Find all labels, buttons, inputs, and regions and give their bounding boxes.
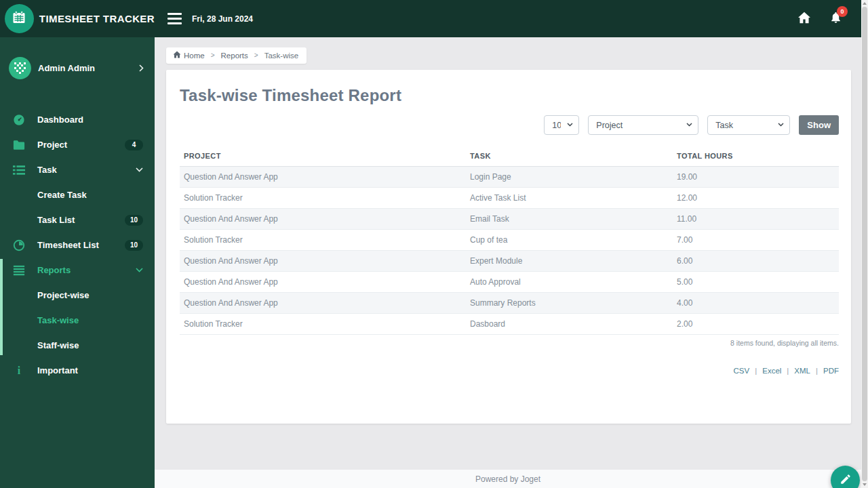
- sidebar-item-label: Dashboard: [37, 115, 143, 125]
- table-row: Question And Answer AppLogin Page19.00: [180, 167, 839, 188]
- powered-by-text: Powered by Joget: [475, 474, 540, 484]
- cell-task: Active Task List: [466, 188, 673, 209]
- cell-hours: 19.00: [673, 167, 839, 188]
- column-header-task: TASK: [466, 146, 673, 167]
- breadcrumb: Home > Reports > Task-wise: [166, 47, 307, 64]
- sidebar-item-task[interactable]: Task: [0, 157, 155, 182]
- cell-hours: 6.00: [673, 251, 839, 272]
- table-row: Question And Answer AppSummary Reports4.…: [180, 293, 839, 314]
- user-panel[interactable]: Admin Admin: [0, 37, 155, 98]
- sidebar-item-label: Staff-wise: [37, 340, 143, 350]
- menu-toggle-icon[interactable]: [167, 13, 182, 24]
- main-content: Home > Reports > Task-wise Task-wise Tim…: [155, 37, 861, 488]
- cell-hours: 5.00: [673, 272, 839, 293]
- page-title: Task-wise Timesheet Report: [180, 86, 839, 105]
- report-card: Task-wise Timesheet Report 10 Project Ta…: [166, 70, 851, 424]
- show-button[interactable]: Show: [799, 115, 839, 135]
- cell-project: Question And Answer App: [180, 293, 466, 314]
- sidebar-item-project[interactable]: Project 4: [0, 132, 155, 157]
- export-xml-link[interactable]: XML: [794, 367, 810, 375]
- timesheet-count-badge: 10: [125, 240, 143, 251]
- app-logo: [5, 4, 34, 33]
- folder-icon: [12, 140, 26, 150]
- page-size-select[interactable]: 10: [544, 115, 579, 135]
- brand: TIMESHEET TRACKER: [0, 4, 155, 33]
- report-lines-icon: [12, 265, 26, 276]
- sidebar-item-project-wise[interactable]: Project-wise: [0, 283, 155, 308]
- table-header-row: PROJECT TASK TOTAL HOURS: [180, 146, 839, 167]
- cell-hours: 7.00: [673, 230, 839, 251]
- cell-project: Solution Tracker: [180, 314, 466, 335]
- sidebar-item-reports[interactable]: Reports: [0, 258, 155, 283]
- user-name: Admin Admin: [38, 63, 139, 73]
- sidebar-item-label: Task-wise: [37, 315, 143, 325]
- table-row: Solution TrackerDasboard2.00: [180, 314, 839, 335]
- sidebar-item-timesheet-list[interactable]: Timesheet List 10: [0, 232, 155, 258]
- sidebar-item-label: Task: [37, 165, 136, 175]
- avatar: [9, 57, 31, 79]
- table-row: Solution TrackerActive Task List12.00: [180, 188, 839, 209]
- cell-project: Question And Answer App: [180, 251, 466, 272]
- items-found-summary: 8 items found, displaying all items.: [180, 339, 839, 347]
- export-separator: |: [816, 367, 818, 375]
- export-links: CSV | Excel | XML | PDF: [180, 367, 839, 375]
- cell-task: Login Page: [466, 167, 673, 188]
- sidebar-item-dashboard[interactable]: Dashboard: [0, 107, 155, 132]
- sidebar: Admin Admin Dashboard Project 4: [0, 37, 155, 488]
- topbar-actions: 0: [797, 11, 861, 27]
- export-csv-link[interactable]: CSV: [734, 367, 750, 375]
- column-header-total-hours: TOTAL HOURS: [673, 146, 839, 167]
- breadcrumb-label: Home: [184, 52, 205, 60]
- chevron-right-icon: [139, 64, 144, 72]
- gauge-icon: [12, 114, 26, 126]
- table-row: Solution TrackerCup of tea7.00: [180, 230, 839, 251]
- reports-group: Reports Project-wise Task-wise Staff-wis…: [0, 258, 155, 358]
- sidebar-item-task-wise[interactable]: Task-wise: [0, 308, 155, 333]
- sidebar-item-staff-wise[interactable]: Staff-wise: [0, 333, 155, 358]
- sidebar-item-create-task[interactable]: Create Task: [0, 182, 155, 207]
- sidebar-item-important[interactable]: i Important: [0, 358, 155, 383]
- sidebar-item-label: Task List: [37, 215, 125, 225]
- pencil-icon: [840, 473, 852, 488]
- page: TIMESHEET TRACKER Fri, 28 Jun 2024 0 A: [0, 0, 861, 488]
- cell-hours: 4.00: [673, 293, 839, 314]
- breadcrumb-home[interactable]: Home: [173, 51, 205, 60]
- task-select-wrap: Task: [707, 115, 790, 135]
- calendar-icon: [11, 9, 27, 28]
- cell-task: Dasboard: [466, 314, 673, 335]
- sidebar-item-label: Project-wise: [37, 290, 143, 300]
- cell-project: Solution Tracker: [180, 230, 466, 251]
- clock-pie-icon: [12, 239, 26, 251]
- info-icon: i: [12, 365, 26, 376]
- notifications-button[interactable]: 0: [829, 11, 842, 27]
- column-header-project: PROJECT: [180, 146, 466, 167]
- breadcrumb-task-wise: Task-wise: [264, 52, 298, 60]
- home-button[interactable]: [797, 12, 811, 26]
- page-size-select-wrap: 10: [544, 115, 579, 135]
- breadcrumb-separator: >: [254, 52, 258, 59]
- tasks-icon: [12, 165, 26, 176]
- breadcrumb-separator: >: [211, 52, 215, 59]
- top-bar: TIMESHEET TRACKER Fri, 28 Jun 2024 0: [0, 0, 861, 37]
- breadcrumb-reports[interactable]: Reports: [221, 52, 248, 60]
- project-select[interactable]: Project: [588, 115, 698, 135]
- sidebar-item-task-list[interactable]: Task List 10: [0, 207, 155, 232]
- task-select[interactable]: Task: [707, 115, 790, 135]
- scroll-down-arrow[interactable]: [863, 483, 867, 486]
- sidebar-item-label: Reports: [37, 265, 136, 275]
- cell-hours: 11.00: [673, 209, 839, 230]
- export-excel-link[interactable]: Excel: [762, 367, 781, 375]
- chevron-down-icon: [136, 268, 143, 272]
- scrollbar-thumb[interactable]: [862, 7, 867, 481]
- export-pdf-link[interactable]: PDF: [823, 367, 839, 375]
- home-icon: [797, 12, 811, 26]
- filter-bar: 10 Project Task Show: [180, 115, 839, 135]
- scroll-up-arrow[interactable]: [863, 2, 867, 5]
- project-count-badge: 4: [125, 140, 143, 150]
- cell-project: Question And Answer App: [180, 167, 466, 188]
- table-row: Question And Answer AppExpert Module6.00: [180, 251, 839, 272]
- window-scrollbar[interactable]: [861, 0, 868, 488]
- sidebar-item-label: Create Task: [37, 190, 143, 200]
- cell-hours: 12.00: [673, 188, 839, 209]
- cell-project: Question And Answer App: [180, 209, 466, 230]
